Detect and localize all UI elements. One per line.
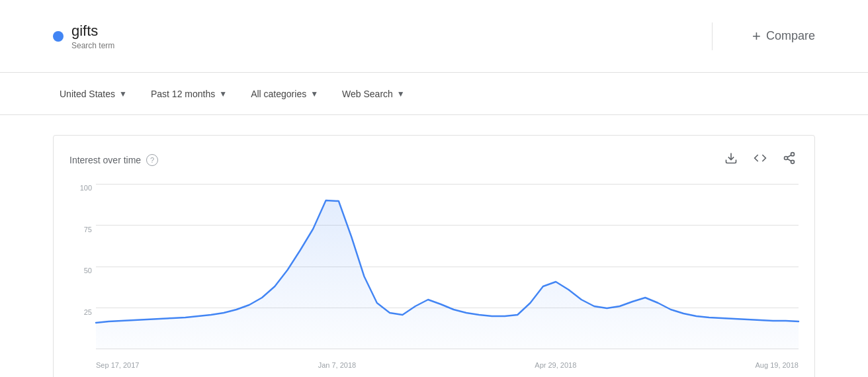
line-chart-svg <box>96 184 799 349</box>
plus-icon: + <box>752 28 761 45</box>
chart-title-group: Interest over time ? <box>69 154 158 166</box>
time-range-chevron: ▼ <box>219 89 227 99</box>
chart-actions <box>722 149 799 171</box>
chart-header: Interest over time ? <box>69 149 799 171</box>
x-label-sep: Sep 17, 2017 <box>96 361 139 369</box>
y-label-50: 50 <box>69 267 92 274</box>
x-label-jan: Jan 7, 2018 <box>318 361 357 369</box>
svg-point-1 <box>791 153 795 156</box>
region-filter[interactable]: United States ▼ <box>53 85 134 103</box>
x-label-apr: Apr 29, 2018 <box>535 361 576 369</box>
search-type-filter[interactable]: Web Search ▼ <box>335 85 412 103</box>
time-range-label: Past 12 months <box>151 89 215 99</box>
region-label: United States <box>60 89 115 99</box>
term-info: gifts Search term <box>71 22 114 50</box>
chart-area: 100 75 50 25 <box>96 184 799 369</box>
y-label-25: 25 <box>69 308 92 316</box>
svg-line-4 <box>787 159 791 161</box>
chart-title: Interest over time <box>69 155 141 165</box>
term-type: Search term <box>71 41 114 50</box>
compare-section[interactable]: + Compare <box>713 28 815 45</box>
region-chevron: ▼ <box>119 89 127 99</box>
y-label-100: 100 <box>69 184 92 192</box>
main-content: Interest over time ? <box>0 115 868 377</box>
svg-point-3 <box>791 160 795 163</box>
top-bar: gifts Search term + Compare <box>0 0 868 73</box>
search-type-label: Web Search <box>342 89 393 99</box>
search-type-chevron: ▼ <box>397 89 405 99</box>
x-label-aug: Aug 19, 2018 <box>756 361 799 369</box>
download-button[interactable] <box>722 149 740 171</box>
svg-line-5 <box>787 155 791 157</box>
categories-filter[interactable]: All categories ▼ <box>244 85 325 103</box>
categories-chevron: ▼ <box>310 89 318 99</box>
embed-button[interactable] <box>751 149 769 171</box>
help-icon[interactable]: ? <box>146 154 158 166</box>
x-axis: Sep 17, 2017 Jan 7, 2018 Apr 29, 2018 Au… <box>96 353 799 369</box>
term-color-dot <box>53 31 64 42</box>
term-name: gifts <box>71 22 114 40</box>
time-range-filter[interactable]: Past 12 months ▼ <box>144 85 234 103</box>
interest-over-time-card: Interest over time ? <box>53 135 815 377</box>
y-axis: 100 75 50 25 <box>69 184 92 349</box>
svg-point-2 <box>785 157 788 160</box>
compare-label: Compare <box>766 29 815 43</box>
share-button[interactable] <box>780 149 799 171</box>
search-term-section: gifts Search term <box>53 22 713 50</box>
y-label-75: 75 <box>69 226 92 233</box>
filters-bar: United States ▼ Past 12 months ▼ All cat… <box>0 73 868 115</box>
categories-label: All categories <box>251 89 306 99</box>
